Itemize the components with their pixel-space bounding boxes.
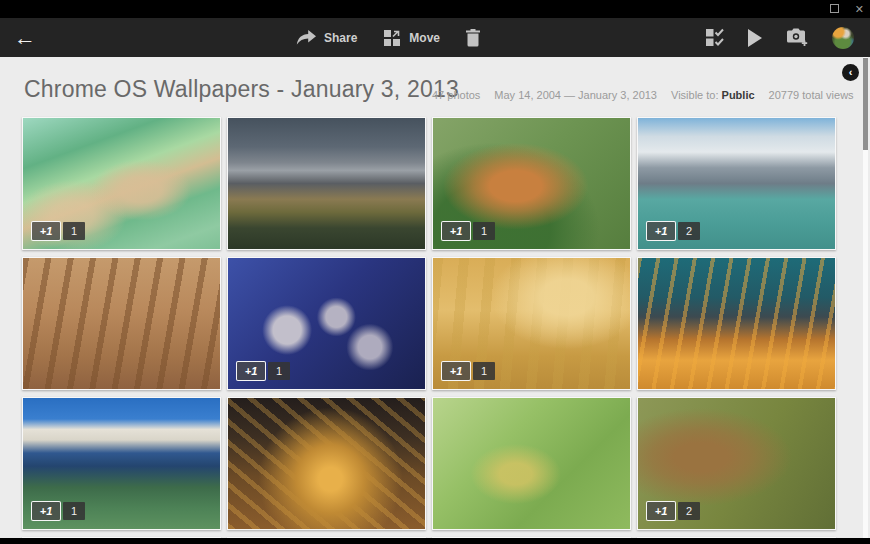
move-button[interactable]: Move bbox=[383, 29, 440, 47]
back-button[interactable]: ← bbox=[12, 25, 38, 51]
action-toolbar: ← Share Move bbox=[0, 18, 870, 57]
maximize-icon bbox=[830, 4, 839, 13]
plus-one-button[interactable]: +1 bbox=[441, 361, 471, 381]
photo-night-city-fisheye[interactable] bbox=[227, 397, 426, 530]
photo-city-light-trails-night[interactable] bbox=[637, 257, 836, 390]
app-window: ✕ ← Share Move bbox=[0, 0, 870, 544]
plus-one-count: 1 bbox=[473, 222, 495, 240]
album-title: Chrome OS Wallpapers - January 3, 2013 bbox=[24, 76, 459, 103]
close-button[interactable]: ✕ bbox=[855, 0, 864, 18]
plus-one-count: 1 bbox=[473, 362, 495, 380]
bottom-window-edge bbox=[0, 538, 870, 544]
delete-button[interactable] bbox=[466, 29, 480, 47]
plus-one-button[interactable]: +1 bbox=[31, 221, 61, 241]
plus-one-badge: +1 1 bbox=[236, 361, 290, 381]
collapse-panel-button[interactable]: ‹ bbox=[842, 64, 859, 81]
plus-one-badge: +1 1 bbox=[441, 221, 495, 241]
plus-one-badge: +1 1 bbox=[31, 221, 85, 241]
visibility: Visible to: Public bbox=[671, 89, 755, 101]
photo-flying-owl[interactable]: +1 2 bbox=[637, 397, 836, 530]
maximize-button[interactable] bbox=[830, 0, 839, 18]
share-button[interactable]: Share bbox=[296, 30, 357, 46]
total-views: 20779 total views bbox=[769, 89, 854, 101]
plus-one-badge: +1 1 bbox=[441, 361, 495, 381]
user-avatar[interactable] bbox=[832, 27, 854, 49]
select-all-icon[interactable] bbox=[705, 28, 724, 47]
plus-one-button[interactable]: +1 bbox=[441, 221, 471, 241]
plus-one-badge: +1 1 bbox=[31, 501, 85, 521]
scrollbar-thumb[interactable] bbox=[863, 58, 868, 150]
plus-one-button[interactable]: +1 bbox=[31, 501, 61, 521]
add-photos-camera-icon[interactable] bbox=[786, 28, 808, 47]
plus-one-badge: +1 2 bbox=[646, 501, 700, 521]
plus-one-badge: +1 2 bbox=[646, 221, 700, 241]
visibility-value[interactable]: Public bbox=[722, 89, 755, 101]
photo-count: 47 photos bbox=[432, 89, 480, 101]
share-label: Share bbox=[324, 31, 357, 45]
photo-green-rolling-hills[interactable]: +1 1 bbox=[22, 117, 221, 250]
photo-grid: +1 1 +1 1 +1 2 +1 1 bbox=[22, 117, 836, 544]
plus-one-count: 1 bbox=[63, 222, 85, 240]
move-label: Move bbox=[409, 31, 440, 45]
photo-resting-fox[interactable]: +1 1 bbox=[432, 117, 631, 250]
photo-blue-cup-fungi[interactable]: +1 1 bbox=[227, 257, 426, 390]
window-titlebar: ✕ bbox=[0, 0, 870, 18]
date-range: May 14, 2004 — January 3, 2013 bbox=[494, 89, 657, 101]
slideshow-play-icon[interactable] bbox=[748, 29, 762, 47]
share-icon bbox=[296, 30, 316, 46]
photo-dragonfly-on-plant[interactable] bbox=[432, 397, 631, 530]
scrollbar-track[interactable] bbox=[863, 57, 868, 544]
plus-one-count: 1 bbox=[268, 362, 290, 380]
photo-mountain-lake-island[interactable]: +1 2 bbox=[637, 117, 836, 250]
album-meta: 47 photos May 14, 2004 — January 3, 2013… bbox=[432, 89, 854, 101]
plus-one-button[interactable]: +1 bbox=[236, 361, 266, 381]
plus-one-count: 2 bbox=[678, 502, 700, 520]
photo-butterfly-golden-grass[interactable]: +1 1 bbox=[432, 257, 631, 390]
trash-icon bbox=[466, 29, 480, 47]
photo-stormy-autumn-mountains[interactable] bbox=[227, 117, 426, 250]
plus-one-count: 1 bbox=[63, 502, 85, 520]
plus-one-button[interactable]: +1 bbox=[646, 501, 676, 521]
photo-clear-mountain-lake[interactable]: +1 1 bbox=[22, 397, 221, 530]
photo-sand-ripples[interactable] bbox=[22, 257, 221, 390]
plus-one-button[interactable]: +1 bbox=[646, 221, 676, 241]
move-icon bbox=[383, 29, 401, 47]
plus-one-count: 2 bbox=[678, 222, 700, 240]
